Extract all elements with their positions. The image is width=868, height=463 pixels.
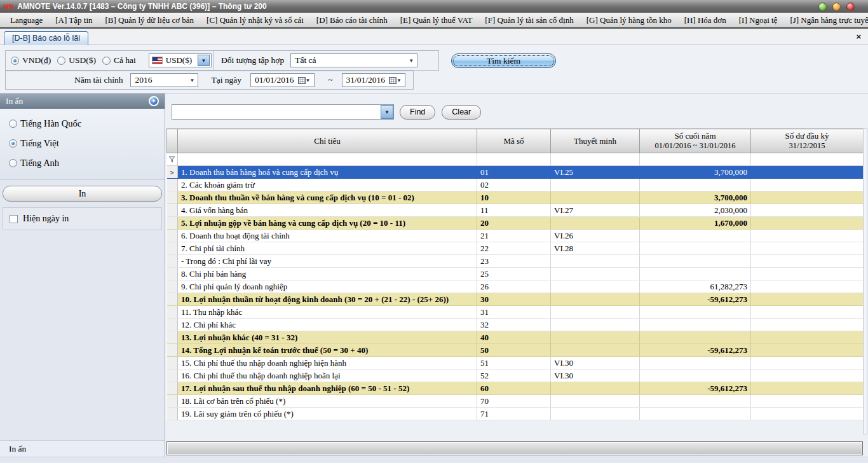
cell-note[interactable] [551,255,640,268]
table-row[interactable]: - Trong đó : Chi phí lãi vay23 [167,255,864,268]
cell-begin-balance[interactable] [751,408,864,420]
cell-begin-balance[interactable] [751,370,864,382]
cell-criteria[interactable]: 3. Doanh thu thuần về bán hàng và cung c… [178,191,477,204]
tab-profit-loss-report[interactable]: [D-B] Báo cáo lỗ lãi [4,31,88,45]
cell-note[interactable] [551,319,640,331]
table-row[interactable]: 4. Giá vốn hàng bán11VI.272,030,000 [167,204,864,217]
cell-criteria[interactable]: 10. Lợi nhuận thuần từ hoạt động kinh do… [178,293,477,306]
radio-icon[interactable] [102,57,111,65]
table-row[interactable]: >1. Doanh thu bán hàng hoá và cung cấp d… [167,166,864,179]
col-header-end-balance[interactable]: Số cuối năm 01/01/2016 ~ 31/01/2016 [640,129,751,153]
cell-code[interactable]: 50 [477,344,551,357]
grid-filter-row[interactable] [167,153,864,166]
chevron-down-icon[interactable]: ▼ [190,78,198,83]
close-tab-icon[interactable]: × [856,32,861,41]
chevron-down-icon[interactable]: ▼ [198,55,210,66]
cell-end-balance[interactable] [640,357,751,370]
cell-code[interactable]: 10 [477,191,551,204]
menu-item[interactable]: [E] Quản lý thuế VAT [394,14,479,27]
cell-begin-balance[interactable] [751,230,864,242]
cell-note[interactable] [551,191,640,204]
cell-criteria[interactable]: 1. Doanh thu bán hàng hoá và cung cấp dị… [178,166,477,179]
cell-code[interactable]: 23 [477,255,551,268]
table-row[interactable]: 19. Lãi suy giảm trên cổ phiếu (*)71 [167,408,864,420]
currency-option[interactable]: Cả hai [102,55,136,66]
cell-end-balance[interactable] [640,242,751,255]
row-indicator-cell[interactable] [167,268,178,280]
currency-dropdown[interactable]: USD($) ▼ [149,53,212,67]
cell-criteria[interactable]: 15. Chi phí thuế thu nhập doanh nghiệp h… [178,357,477,370]
menu-item[interactable]: [A] Tập tin [49,14,98,27]
cell-begin-balance[interactable] [751,357,864,370]
row-indicator-cell[interactable] [167,179,178,191]
menu-item[interactable]: [H] Hóa đơn [678,14,733,27]
cell-note[interactable]: VI.30 [551,357,640,370]
cell-begin-balance[interactable] [751,166,864,179]
cell-criteria[interactable]: 16. Chi phí thuế thu nhập doanh nghiệp h… [178,370,477,382]
table-row[interactable]: 3. Doanh thu thuần về bán hàng và cung c… [167,191,864,204]
cell-note[interactable] [551,293,640,306]
cell-criteria[interactable]: 14. Tổng Lợi nhuận kế toán trước thuế (5… [178,344,477,357]
cell-note[interactable]: VI.27 [551,204,640,217]
cell-criteria[interactable]: 11. Thu nhập khác [178,306,477,319]
cell-code[interactable]: 32 [477,319,551,331]
cell-code[interactable]: 02 [477,179,551,191]
table-row[interactable]: 9. Chi phí quản lý doanh nghiệp2661,282,… [167,280,864,293]
radio-icon[interactable] [9,139,17,148]
table-row[interactable]: 11. Thu nhập khác31 [167,306,864,319]
cell-criteria[interactable]: 17. Lợi nhuận sau thuế thu nhập doanh ng… [178,382,477,395]
cell-end-balance[interactable]: -59,612,273 [640,382,751,395]
cell-code[interactable]: 71 [477,408,551,420]
print-button[interactable]: In [3,186,162,202]
row-indicator-cell[interactable] [167,191,178,204]
cell-end-balance[interactable]: -59,612,273 [640,344,751,357]
row-indicator-cell[interactable] [167,293,178,306]
table-row[interactable]: 12. Chi phí khác32 [167,319,864,331]
col-header-code[interactable]: Mã số [477,129,551,153]
currency-option[interactable]: USD($) [57,55,96,66]
row-indicator-cell[interactable]: > [167,166,178,179]
cell-end-balance[interactable]: 61,282,273 [640,280,751,293]
table-row[interactable]: 10. Lợi nhuận thuần từ hoạt động kinh do… [167,293,864,306]
target-select[interactable]: Tất cả ▼ [290,53,417,67]
cell-begin-balance[interactable] [751,242,864,255]
cell-code[interactable]: 40 [477,331,551,344]
table-row[interactable]: 7. Chi phí tài chính22VI.28 [167,242,864,255]
collapse-panel-icon[interactable]: ▼ [149,96,159,106]
cell-note[interactable]: VI.30 [551,370,640,382]
row-indicator-cell[interactable] [167,255,178,268]
cell-end-balance[interactable] [640,179,751,191]
row-indicator-cell[interactable] [167,217,178,230]
cell-end-balance[interactable]: -59,612,273 [640,293,751,306]
chevron-down-icon[interactable]: ▼ [397,78,405,83]
cell-criteria[interactable]: 6. Doanh thu hoạt động tài chính [178,230,477,242]
find-button[interactable]: Find [400,105,435,120]
filter-cell[interactable] [551,153,640,166]
find-input[interactable]: ▼ [172,104,394,120]
cell-begin-balance[interactable] [751,382,864,395]
radio-icon[interactable] [9,159,17,167]
cell-begin-balance[interactable] [751,331,864,344]
cell-code[interactable]: 11 [477,204,551,217]
row-indicator-cell[interactable] [167,319,178,331]
table-row[interactable]: 14. Tổng Lợi nhuận kế toán trước thuế (5… [167,344,864,357]
cell-code[interactable]: 30 [477,293,551,306]
cell-end-balance[interactable] [640,306,751,319]
col-header-begin-balance[interactable]: Số dư đầu kỳ 31/12/2015 [751,129,864,153]
cell-criteria[interactable]: 9. Chi phí quản lý doanh nghiệp [178,280,477,293]
cell-criteria[interactable]: 12. Chi phí khác [178,319,477,331]
chevron-down-icon[interactable]: ▼ [409,58,417,64]
clear-button[interactable]: Clear [442,105,481,120]
date-from-input[interactable]: 01/01/2016 ▼ [250,73,314,87]
horizontal-scrollbar[interactable] [166,441,863,455]
minimize-button[interactable] [818,3,827,11]
table-row[interactable]: 15. Chi phí thuế thu nhập doanh nghiệp h… [167,357,864,370]
print-panel-header[interactable]: In ấn ▼ [0,93,165,109]
menu-item[interactable]: [J] Ngân hàng trực tuyến [783,14,868,27]
date-to-input[interactable]: 31/01/2016 ▼ [342,73,405,87]
cell-end-balance[interactable] [640,255,751,268]
cell-criteria[interactable]: - Trong đó : Chi phí lãi vay [178,255,477,268]
cell-note[interactable] [551,179,640,191]
menu-item[interactable]: [D] Báo cáo tài chính [310,14,394,27]
cell-code[interactable]: 31 [477,306,551,319]
